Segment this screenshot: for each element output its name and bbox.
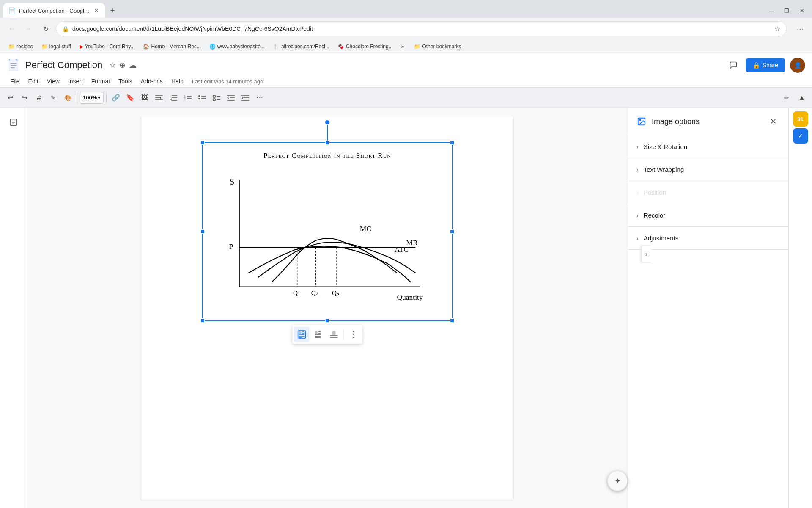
bookmark-chocolate[interactable]: 🍫 Chocolate Frosting... — [335, 42, 396, 51]
print-button[interactable]: 🖨 — [32, 91, 46, 105]
insert-link-button[interactable]: 🔗 — [109, 91, 123, 105]
tab-title: Perfect Competion - Google Doc... — [19, 8, 90, 14]
add-shortcut-icon[interactable]: ⊕ — [119, 61, 126, 70]
spell-check-button[interactable]: ✎ — [47, 91, 60, 105]
selected-image[interactable]: Perfect Competition in the Short Run $ Q… — [202, 142, 453, 321]
lock-icon: 🔒 — [62, 26, 69, 32]
tasks-icon[interactable]: ✓ — [793, 128, 808, 144]
panel-close-button[interactable]: ✕ — [766, 115, 780, 128]
menu-insert[interactable]: Insert — [65, 76, 86, 86]
docs-main[interactable]: Perfect Competition in the Short Run $ Q… — [27, 108, 628, 508]
toolbar-collapse-button[interactable]: ▲ — [795, 91, 809, 105]
panel-title: Image options — [652, 117, 761, 126]
star-icon[interactable]: ☆ — [109, 61, 116, 70]
menu-addons[interactable]: Add-ons — [137, 76, 166, 86]
align-button[interactable] — [152, 91, 166, 105]
insert-image-button[interactable]: 🖼 — [138, 91, 151, 105]
adjustments-header[interactable]: › Adjustments — [628, 227, 788, 249]
home-icon: 🏠 — [143, 44, 149, 50]
text-wrapping-header[interactable]: › Text Wrapping — [628, 158, 788, 181]
panel-image-icon — [636, 116, 647, 127]
browser-tab[interactable]: 📄 Perfect Competion - Google Doc... ✕ — [3, 3, 105, 18]
rotate-handle[interactable] — [324, 119, 330, 125]
refresh-button[interactable]: ↻ — [39, 22, 52, 36]
svg-rect-2 — [11, 63, 16, 64]
svg-rect-56 — [315, 331, 318, 334]
web-icon: 🌐 — [209, 44, 216, 50]
resize-handle-bot-right[interactable] — [450, 318, 454, 323]
decrease-indent-button[interactable] — [224, 91, 238, 105]
fab-button[interactable]: ✦ — [607, 471, 628, 491]
avatar-image: 👤 — [790, 58, 805, 73]
zoom-selector[interactable]: 100% ▾ — [80, 92, 104, 104]
resize-handle-bot-left[interactable] — [200, 318, 205, 323]
toolbar-separator — [343, 329, 344, 340]
redo-button[interactable]: ↪ — [18, 91, 31, 105]
tab-close-button[interactable]: ✕ — [93, 6, 100, 15]
bookmark-mercan[interactable]: 🏠 Home - Mercan Rec... — [140, 42, 204, 51]
expand-panel-button[interactable]: › — [641, 246, 651, 262]
bookmark-youtube[interactable]: ▶ YouTube - Core Rhy... — [76, 42, 138, 51]
user-avatar[interactable]: 👤 — [790, 58, 805, 73]
minimize-button[interactable]: — — [765, 4, 778, 17]
bookmark-allrecipes[interactable]: 🍴 allrecipes.com/Reci... — [270, 42, 333, 51]
forward-button[interactable]: → — [22, 22, 36, 36]
bookmark-legal[interactable]: 📁 legal stuff — [38, 42, 74, 51]
close-window-button[interactable]: ✕ — [795, 4, 809, 17]
resize-handle-mid-left[interactable] — [200, 229, 205, 234]
new-tab-button[interactable]: + — [107, 5, 118, 17]
suggest-edits-button[interactable]: ✏ — [780, 91, 793, 105]
panel-header: Image options ✕ — [628, 108, 788, 135]
cloud-save-icon[interactable]: ☁ — [129, 61, 137, 70]
svg-text:$: $ — [230, 177, 234, 186]
resize-handle-bot-center[interactable] — [325, 318, 329, 323]
outline-icon[interactable] — [6, 115, 21, 130]
docs-header: Perfect Competion ☆ ⊕ ☁ 🔒 Share 👤 — [0, 53, 812, 88]
share-button[interactable]: 🔒 Share — [746, 58, 785, 72]
calendar-icon[interactable]: 31 — [793, 111, 808, 127]
bullet-list-button[interactable] — [195, 91, 209, 105]
extension-button[interactable]: ⋯ — [793, 22, 807, 36]
insert-comment-button[interactable]: 🔖 — [123, 91, 137, 105]
bookmark-babysleep[interactable]: 🌐 www.babysleepsite... — [206, 42, 268, 51]
resize-handle-top-left[interactable] — [200, 141, 205, 145]
resize-handle-top-center[interactable] — [325, 141, 329, 145]
checklist-button[interactable] — [210, 91, 223, 105]
more-toolbar-button[interactable]: ⋯ — [253, 91, 266, 105]
menu-format[interactable]: Format — [88, 76, 113, 86]
recolor-header[interactable]: › Recolor — [628, 204, 788, 226]
menu-file[interactable]: File — [7, 76, 23, 86]
undo-button[interactable]: ↩ — [3, 91, 17, 105]
line-spacing-button[interactable] — [167, 91, 180, 105]
wrap-break-button[interactable] — [326, 327, 342, 342]
resize-handle-top-right[interactable] — [450, 141, 454, 145]
bookmark-recipes[interactable]: 📁 recipes — [5, 42, 36, 51]
image-wrapper[interactable]: Perfect Competition in the Short Run $ Q… — [167, 142, 488, 321]
recipe-icon: 🍴 — [273, 44, 280, 50]
wrap-text-button[interactable] — [310, 327, 326, 342]
paint-format-button[interactable]: 🎨 — [61, 91, 74, 105]
numbered-list-button[interactable]: 1.2. — [181, 91, 195, 105]
document-page: Perfect Competition in the Short Run $ Q… — [141, 116, 513, 500]
increase-indent-button[interactable] — [239, 91, 252, 105]
last-edit-text: Last edit was 14 minutes ago — [192, 78, 263, 85]
folder-icon: 📁 — [8, 44, 15, 50]
other-bookmarks[interactable]: 📁 Other bookmarks — [411, 42, 464, 51]
menu-edit[interactable]: Edit — [25, 76, 42, 86]
comment-button[interactable] — [726, 58, 741, 73]
resize-handle-mid-right[interactable] — [450, 229, 454, 234]
back-button[interactable]: ← — [5, 22, 19, 36]
address-bar[interactable]: 🔒 docs.google.com/document/d/1LuoiBEejdd… — [56, 21, 787, 36]
size-rotation-header[interactable]: › Size & Rotation — [628, 135, 788, 158]
svg-rect-62 — [332, 331, 336, 335]
maximize-button[interactable]: ❐ — [780, 4, 793, 17]
image-more-options-button[interactable]: ⋮ — [346, 327, 361, 342]
toolbar-separator-1 — [77, 93, 77, 103]
wrap-inline-button[interactable] — [294, 327, 310, 342]
bookmark-star-icon[interactable]: ☆ — [774, 25, 780, 33]
menu-view[interactable]: View — [44, 76, 63, 86]
menu-tools[interactable]: Tools — [115, 76, 136, 86]
menu-help[interactable]: Help — [168, 76, 187, 86]
more-bookmarks-button[interactable]: » — [398, 42, 408, 51]
document-title[interactable]: Perfect Competion — [25, 60, 102, 71]
